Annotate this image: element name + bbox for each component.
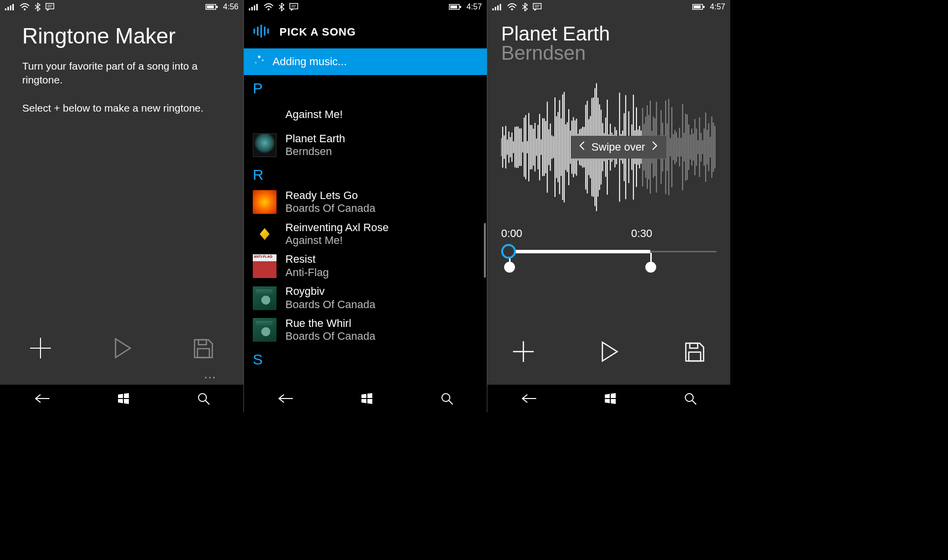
svg-rect-10	[216, 6, 218, 8]
handle-end[interactable]	[645, 262, 656, 273]
svg-rect-0	[5, 8, 6, 10]
song-artist: Anti-Flag	[285, 266, 329, 279]
message-icon	[533, 3, 542, 11]
song-title: Roygbiv	[285, 285, 375, 298]
nav-search-button[interactable]	[197, 392, 210, 405]
svg-rect-192	[689, 352, 701, 361]
svg-point-4	[24, 8, 26, 10]
svg-rect-41	[500, 4, 501, 10]
wifi-icon	[507, 3, 517, 11]
song-row[interactable]: Ready Lets Go Boards Of Canada	[244, 186, 487, 218]
signal-icon	[249, 3, 259, 10]
battery-icon	[692, 3, 705, 10]
add-button[interactable]	[27, 335, 54, 363]
song-row[interactable]: Against Me!	[244, 100, 487, 129]
svg-rect-38	[492, 8, 494, 10]
loading-spinner-icon	[254, 55, 265, 69]
svg-rect-18	[251, 7, 253, 10]
song-title: Rue the Whirl	[285, 317, 375, 330]
song-artist: Boards Of Canada	[285, 202, 375, 215]
song-row[interactable]: Rue the Whirl Boards Of Canada	[244, 314, 487, 346]
song-title: Resist	[285, 253, 329, 266]
song-row[interactable]: Planet Earth Berndsen	[244, 129, 487, 161]
song-artist: Berndsen	[285, 145, 345, 158]
svg-rect-2	[10, 5, 11, 10]
group-letter[interactable]: R	[244, 161, 487, 186]
screen-editor: 4:57 Planet Earth Berndsen Swipe over 0:…	[487, 0, 730, 412]
time-start: 0:00	[501, 227, 522, 240]
svg-rect-47	[694, 5, 701, 8]
nav-back-button[interactable]	[277, 393, 294, 404]
song-artist: Boards Of Canada	[285, 330, 375, 343]
intro-text-1: Turn your favorite part of a song into a…	[22, 59, 221, 87]
nav-windows-button[interactable]	[117, 392, 130, 405]
clock-text: 4:57	[467, 2, 482, 11]
album-art	[253, 222, 276, 246]
bluetooth-icon	[278, 2, 284, 11]
page-title: Ringtone Maker	[22, 24, 221, 48]
svg-rect-22	[290, 3, 298, 9]
album-art	[253, 133, 276, 157]
album-art	[253, 318, 276, 342]
more-button[interactable]: …	[22, 366, 221, 385]
album-art	[253, 254, 276, 278]
svg-line-16	[205, 400, 209, 404]
svg-point-21	[268, 8, 270, 10]
svg-rect-9	[207, 5, 214, 8]
svg-point-15	[198, 394, 206, 401]
battery-icon	[449, 3, 462, 10]
handle-start[interactable]	[501, 244, 516, 259]
wifi-icon	[20, 3, 30, 11]
nav-back-button[interactable]	[34, 393, 50, 404]
save-button[interactable]	[681, 338, 708, 367]
song-title: Reinventing Axl Rose	[285, 221, 389, 234]
swipe-hint: Swipe over	[571, 136, 666, 159]
signal-icon	[492, 3, 502, 10]
bluetooth-icon	[35, 2, 40, 11]
song-list[interactable]: P Against Me! Planet Earth Berndsen R Re…	[244, 75, 487, 385]
play-button[interactable]	[595, 338, 622, 367]
range-slider[interactable]	[501, 243, 716, 278]
save-button[interactable]	[190, 335, 216, 363]
play-button[interactable]	[109, 335, 135, 363]
screen-pick-song: 4:57 PICK A SONG Adding music... P Again…	[243, 0, 487, 412]
page-title: PICK A SONG	[279, 26, 356, 39]
svg-rect-26	[450, 5, 457, 8]
svg-rect-5	[46, 3, 54, 9]
svg-point-193	[685, 394, 693, 401]
app-logo-icon	[253, 24, 271, 40]
waveform[interactable]: Swipe over	[501, 73, 716, 221]
svg-point-33	[258, 56, 261, 58]
svg-rect-39	[495, 7, 496, 10]
group-letter[interactable]: P	[244, 75, 487, 100]
svg-rect-20	[256, 4, 258, 10]
swipe-text: Swipe over	[592, 141, 645, 154]
song-row[interactable]: Roygbiv Boards Of Canada	[244, 282, 487, 314]
bluetooth-icon	[522, 2, 528, 11]
message-icon	[45, 3, 54, 11]
nav-search-button[interactable]	[440, 392, 454, 405]
song-row[interactable]: Reinventing Axl Rose Against Me!	[244, 218, 487, 250]
svg-rect-1	[7, 7, 9, 10]
nav-back-button[interactable]	[520, 393, 537, 404]
nav-windows-button[interactable]	[360, 392, 373, 405]
nav-search-button[interactable]	[683, 392, 697, 405]
time-end: 0:30	[631, 227, 652, 240]
svg-rect-3	[12, 4, 14, 10]
message-icon	[289, 3, 298, 11]
svg-line-37	[449, 400, 453, 404]
adding-music-banner: Adding music...	[244, 48, 487, 75]
add-button[interactable]	[510, 338, 537, 367]
album-art	[253, 103, 276, 126]
status-bar: 4:56	[0, 0, 243, 14]
svg-rect-17	[249, 8, 250, 10]
status-bar: 4:57	[487, 0, 730, 14]
nav-windows-button[interactable]	[604, 392, 617, 405]
scrollbar-thumb[interactable]	[484, 223, 486, 278]
svg-point-35	[255, 62, 257, 64]
intro-text-2: Select + below to make a new ringtone.	[22, 101, 221, 115]
clock-text: 4:57	[710, 2, 725, 11]
song-row[interactable]: Resist Anti-Flag	[244, 250, 487, 282]
group-letter[interactable]: S	[244, 346, 487, 371]
signal-icon	[5, 3, 15, 10]
